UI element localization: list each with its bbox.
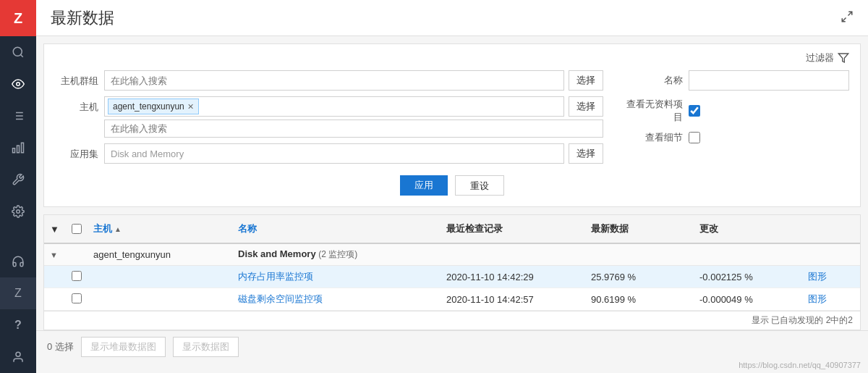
svg-rect-10 xyxy=(17,146,20,153)
svg-point-13 xyxy=(16,352,20,356)
filter-panel: 过滤器 主机群组 选择 主机 xyxy=(43,43,861,207)
table-row: 磁盘剩余空间监控项 2020-11-10 14:42:57 90.6199 % … xyxy=(44,288,860,311)
th-change-label: 更改 xyxy=(699,222,718,235)
no-data-label: 查看无资料项目 xyxy=(618,98,683,124)
selection-count: 0 选择 xyxy=(47,340,74,353)
detail-row: 查看细节 xyxy=(618,131,849,144)
host-tag: agent_tengxunyun ✕ xyxy=(108,99,199,114)
th-host[interactable]: 主机 ▲ xyxy=(88,219,232,238)
table-footer-text: 显示 已自动发现的 2中的2 xyxy=(752,315,853,325)
no-data-row: 查看无资料项目 xyxy=(618,98,849,124)
sidebar-icon-list[interactable] xyxy=(0,100,36,132)
page-header: 最新数据 xyxy=(36,0,868,36)
apply-button[interactable]: 应用 xyxy=(400,175,448,196)
app-label: 应用集 xyxy=(55,143,98,161)
svg-point-12 xyxy=(17,210,20,214)
th-name-label: 名称 xyxy=(238,222,257,235)
group-check-cell xyxy=(66,251,88,259)
show-chart-btn[interactable]: 显示数据图 xyxy=(173,337,239,357)
row2-checkbox[interactable] xyxy=(72,293,82,303)
table-header: ▼ 主机 ▲ 名称 最近检查记录 最新数据 xyxy=(44,215,860,244)
table-footer: 显示 已自动发现的 2中的2 xyxy=(43,311,861,330)
th-latest-data-label: 最新数据 xyxy=(591,222,629,235)
row1-name[interactable]: 内存占用率监控项 xyxy=(232,266,441,288)
table-row: 内存占用率监控项 2020-11-10 14:42:29 25.9769 % -… xyxy=(44,266,860,288)
host-row: 主机 agent_tengxunyun ✕ 选择 xyxy=(55,96,603,138)
sidebar-icon-user[interactable] xyxy=(0,341,36,373)
group-app-name: Disk and Memory xyxy=(238,248,316,259)
th-name[interactable]: 名称 xyxy=(232,219,441,238)
content-area: 过滤器 主机群组 选择 主机 xyxy=(36,36,868,373)
sidebar-icon-chart[interactable] xyxy=(0,132,36,164)
host-select-btn[interactable]: 选择 xyxy=(569,96,603,117)
sidebar-icon-headset[interactable] xyxy=(0,246,36,277)
th-actions xyxy=(802,219,860,238)
group-latest xyxy=(585,251,694,259)
sidebar-icon-gear[interactable] xyxy=(0,196,36,227)
show-histogram-btn[interactable]: 显示堆最数据图 xyxy=(81,337,166,357)
svg-rect-9 xyxy=(22,143,24,153)
svg-line-1 xyxy=(20,54,22,56)
th-latest-data: 最新数据 xyxy=(585,219,694,238)
detail-checkbox[interactable] xyxy=(689,132,700,143)
filter-icon xyxy=(838,52,849,64)
host-group-input[interactable] xyxy=(104,70,564,91)
row1-link[interactable]: 图形 xyxy=(802,266,860,288)
row2-name[interactable]: 磁盘剩余空间监控项 xyxy=(232,288,441,310)
action-row: 应用 重设 xyxy=(55,175,849,199)
reset-button[interactable]: 重设 xyxy=(455,175,504,196)
host-search-input[interactable] xyxy=(104,120,603,138)
row1-change: -0.002125 % xyxy=(694,267,802,287)
sidebar-icon-search[interactable] xyxy=(0,36,36,68)
th-last-check-label: 最近检查记录 xyxy=(446,222,503,235)
table-group-row: ▼ agent_tengxunyun Disk and Memory (2 监控… xyxy=(44,244,860,266)
sidebar-icon-zabbix[interactable]: Z xyxy=(0,277,36,309)
row2-host xyxy=(88,295,232,303)
host-group-label: 主机群组 xyxy=(55,70,98,88)
sidebar-icon-wrench[interactable] xyxy=(0,164,36,196)
group-change xyxy=(694,251,802,259)
expand-all-icon[interactable]: ▼ xyxy=(50,224,59,235)
sidebar-icon-question[interactable]: ? xyxy=(0,309,36,341)
host-group-select-btn[interactable]: 选择 xyxy=(569,70,603,91)
group-expand-icon[interactable]: ▼ xyxy=(50,251,58,259)
name-label: 名称 xyxy=(618,74,683,87)
host-tag-label: agent_tengxunyun xyxy=(113,101,184,112)
row1-host xyxy=(88,272,232,281)
group-expand-cell[interactable]: ▼ xyxy=(44,245,66,264)
name-input[interactable] xyxy=(689,70,849,91)
row2-link[interactable]: 图形 xyxy=(802,288,860,310)
row1-checkbox-cell xyxy=(66,267,88,288)
host-group-row: 主机群组 选择 xyxy=(55,70,603,91)
sidebar-icon-eye[interactable] xyxy=(0,68,36,100)
filter-toggle[interactable]: 过滤器 xyxy=(806,51,849,64)
row2-change: -0.000049 % xyxy=(694,290,802,309)
page-title: 最新数据 xyxy=(51,7,114,29)
row1-checkbox[interactable] xyxy=(72,271,82,281)
select-all-checkbox[interactable] xyxy=(72,224,82,234)
group-link xyxy=(802,251,860,259)
filter-label-text: 过滤器 xyxy=(806,51,834,64)
group-host-cell: agent_tengxunyun xyxy=(88,245,232,264)
expand-button[interactable] xyxy=(841,10,854,26)
app-logo[interactable]: Z xyxy=(0,0,36,36)
app-input[interactable] xyxy=(104,143,564,164)
row2-checkbox-cell xyxy=(66,289,88,310)
row1-latest-data: 25.9769 % xyxy=(585,267,694,287)
th-expand: ▼ xyxy=(44,219,66,238)
host-label: 主机 xyxy=(55,96,98,114)
group-check-time xyxy=(441,251,585,259)
watermark: https://blog.csdn.net/qq_40907377 xyxy=(739,361,861,369)
host-tag-close[interactable]: ✕ xyxy=(187,102,194,112)
detail-label: 查看细节 xyxy=(618,131,683,144)
group-count: (2 监控项) xyxy=(318,249,357,259)
bottom-bar: 0 选择 显示堆最数据图 显示数据图 xyxy=(36,330,868,363)
svg-marker-16 xyxy=(838,54,848,62)
svg-line-14 xyxy=(848,12,852,15)
app-select-btn[interactable]: 选择 xyxy=(569,143,603,164)
name-row: 名称 xyxy=(618,70,849,91)
no-data-checkbox[interactable] xyxy=(689,105,700,117)
svg-point-2 xyxy=(17,83,20,86)
sidebar: Z Z ? xyxy=(0,0,36,373)
row2-last-check: 2020-11-10 14:42:57 xyxy=(441,290,585,309)
